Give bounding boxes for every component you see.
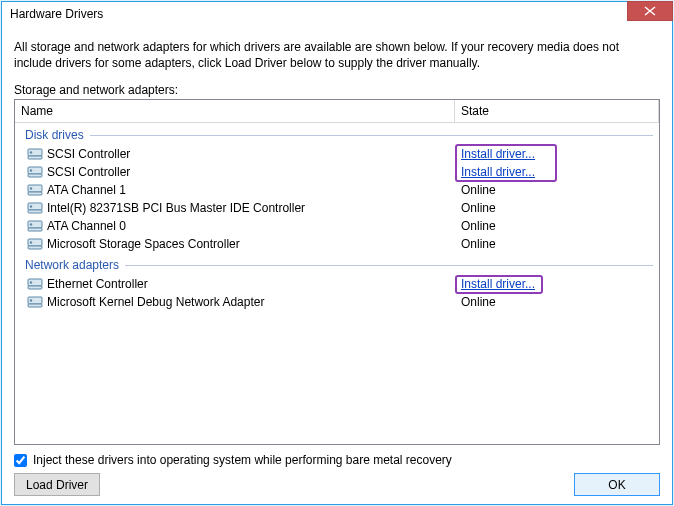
install-driver-link[interactable]: Install driver...: [461, 165, 535, 179]
close-icon: [627, 1, 673, 21]
cell-name: SCSI Controller: [19, 164, 455, 180]
col-name[interactable]: Name: [15, 100, 455, 122]
ok-button[interactable]: OK: [574, 473, 660, 496]
device-name: SCSI Controller: [47, 147, 130, 161]
svg-point-16: [30, 224, 32, 226]
adapter-table: Name State Disk drivesSCSI ControllerIns…: [14, 99, 660, 445]
device-name: Microsoft Kernel Debug Network Adapter: [47, 295, 264, 309]
window-title: Hardware Drivers: [10, 7, 103, 21]
table-header: Name State: [15, 100, 659, 123]
cell-name: ATA Channel 0: [19, 218, 455, 234]
svg-point-19: [30, 242, 32, 244]
highlight-box: Install driver...: [455, 275, 543, 294]
button-row: Load Driver OK: [14, 473, 660, 496]
device-icon: [27, 164, 43, 180]
state-text: Online: [461, 237, 496, 251]
device-icon: [27, 276, 43, 292]
cell-name: ATA Channel 1: [19, 182, 455, 198]
table-row[interactable]: Intel(R) 82371SB PCI Bus Master IDE Cont…: [19, 199, 655, 217]
cell-state: Online: [455, 201, 655, 215]
svg-point-13: [30, 206, 32, 208]
device-name: Ethernet Controller: [47, 277, 148, 291]
close-button[interactable]: [627, 1, 673, 21]
titlebar[interactable]: Hardware Drivers: [2, 1, 672, 25]
cell-name: SCSI Controller: [19, 146, 455, 162]
install-driver-link[interactable]: Install driver...: [461, 147, 535, 161]
table-row[interactable]: SCSI ControllerInstall driver...: [19, 145, 655, 163]
state-text: Online: [461, 219, 496, 233]
svg-rect-18: [28, 246, 42, 249]
device-name: ATA Channel 1: [47, 183, 126, 197]
table-body: Disk drivesSCSI ControllerInstall driver…: [15, 123, 659, 444]
group-header: Network adapters: [19, 255, 655, 275]
svg-rect-15: [28, 228, 42, 231]
col-state[interactable]: State: [455, 100, 659, 122]
table-row[interactable]: Ethernet ControllerInstall driver...: [19, 275, 655, 293]
svg-point-22: [30, 282, 32, 284]
svg-rect-9: [28, 192, 42, 195]
table-row[interactable]: Microsoft Kernel Debug Network AdapterOn…: [19, 293, 655, 311]
svg-rect-21: [28, 286, 42, 289]
cell-state: Online: [455, 219, 655, 233]
cell-name: Microsoft Kernel Debug Network Adapter: [19, 294, 455, 310]
svg-point-10: [30, 188, 32, 190]
install-driver-link[interactable]: Install driver...: [461, 277, 535, 291]
intro-text: All storage and network adapters for whi…: [14, 39, 660, 71]
svg-point-4: [30, 152, 32, 154]
device-name: SCSI Controller: [47, 165, 130, 179]
device-icon: [27, 200, 43, 216]
cell-state: Install driver...: [455, 275, 655, 294]
device-name: ATA Channel 0: [47, 219, 126, 233]
dialog-window: Hardware Drivers All storage and network…: [1, 1, 673, 505]
svg-point-25: [30, 300, 32, 302]
group-header: Disk drives: [19, 125, 655, 145]
device-icon: [27, 218, 43, 234]
state-text: Online: [461, 295, 496, 309]
cell-state: Online: [455, 183, 655, 197]
table-row[interactable]: ATA Channel 1Online: [19, 181, 655, 199]
cell-name: Microsoft Storage Spaces Controller: [19, 236, 455, 252]
svg-point-7: [30, 170, 32, 172]
device-name: Intel(R) 82371SB PCI Bus Master IDE Cont…: [47, 201, 305, 215]
svg-rect-12: [28, 210, 42, 213]
cell-state: Install driver...: [455, 147, 655, 161]
device-name: Microsoft Storage Spaces Controller: [47, 237, 240, 251]
cell-state: Install driver...: [455, 165, 655, 179]
state-text: Online: [461, 183, 496, 197]
state-text: Online: [461, 201, 496, 215]
cell-name: Intel(R) 82371SB PCI Bus Master IDE Cont…: [19, 200, 455, 216]
table-label: Storage and network adapters:: [14, 83, 660, 97]
device-icon: [27, 146, 43, 162]
load-driver-button[interactable]: Load Driver: [14, 473, 100, 496]
table-row[interactable]: ATA Channel 0Online: [19, 217, 655, 235]
cell-name: Ethernet Controller: [19, 276, 455, 292]
cell-state: Online: [455, 295, 655, 309]
inject-checkbox-label: Inject these drivers into operating syst…: [33, 453, 452, 467]
device-icon: [27, 294, 43, 310]
device-icon: [27, 182, 43, 198]
svg-rect-6: [28, 174, 42, 177]
table-row[interactable]: SCSI ControllerInstall driver...: [19, 163, 655, 181]
device-icon: [27, 236, 43, 252]
table-row[interactable]: Microsoft Storage Spaces ControllerOnlin…: [19, 235, 655, 253]
svg-rect-24: [28, 304, 42, 307]
cell-state: Online: [455, 237, 655, 251]
inject-checkbox[interactable]: [14, 454, 27, 467]
inject-checkbox-row[interactable]: Inject these drivers into operating syst…: [14, 453, 660, 467]
content-area: All storage and network adapters for whi…: [2, 25, 672, 504]
svg-rect-3: [28, 156, 42, 159]
